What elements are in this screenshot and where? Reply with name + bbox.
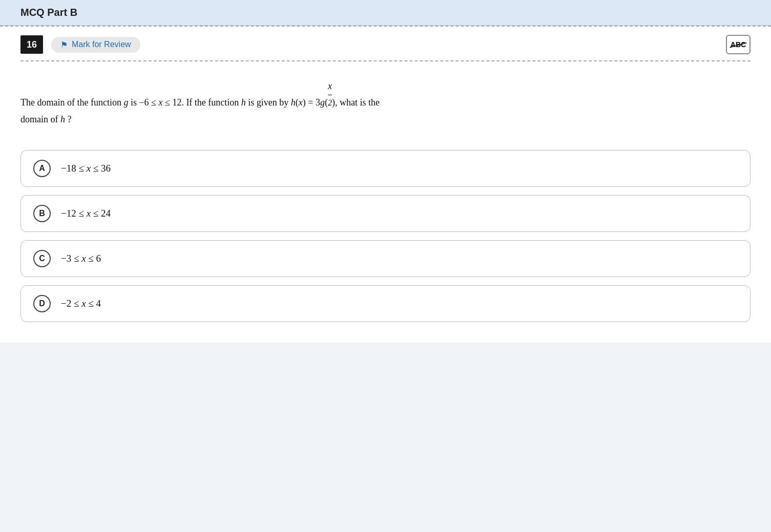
question-body: The domain of the function g is −6 ≤ x ≤… bbox=[20, 61, 751, 138]
choice-d-letter: D bbox=[33, 295, 51, 312]
g-variable: g bbox=[123, 97, 128, 108]
top-bar: MCQ Part B bbox=[0, 0, 771, 26]
choice-c-letter: C bbox=[33, 250, 51, 267]
choice-a-letter: A bbox=[33, 160, 51, 177]
section-title: MCQ Part B bbox=[20, 7, 77, 18]
abc-button[interactable]: ABC bbox=[726, 35, 751, 54]
choice-a-text: −18 ≤ x ≤ 36 bbox=[61, 163, 111, 174]
question-header: 16 ⚑ Mark for Review ABC bbox=[20, 27, 751, 61]
mark-for-review-button[interactable]: ⚑ Mark for Review bbox=[51, 37, 140, 53]
choice-b-text: −12 ≤ x ≤ 24 bbox=[61, 208, 111, 219]
choice-d-text: −2 ≤ x ≤ 4 bbox=[61, 298, 101, 309]
question-text: The domain of the function g is −6 ≤ x ≤… bbox=[20, 78, 751, 127]
choice-d[interactable]: D −2 ≤ x ≤ 4 bbox=[20, 285, 751, 322]
question-number: 16 bbox=[20, 35, 43, 54]
answer-choices: A −18 ≤ x ≤ 36 B −12 ≤ x ≤ 24 C −3 ≤ x ≤… bbox=[20, 150, 751, 322]
h-variable-2: h bbox=[60, 114, 65, 124]
choice-a[interactable]: A −18 ≤ x ≤ 36 bbox=[20, 150, 751, 187]
page-wrapper: MCQ Part B 16 ⚑ Mark for Review ABC The … bbox=[0, 0, 771, 532]
choice-b[interactable]: B −12 ≤ x ≤ 24 bbox=[20, 195, 751, 232]
bookmark-icon: ⚑ bbox=[60, 40, 68, 50]
question-container: 16 ⚑ Mark for Review ABC The domain of t… bbox=[0, 27, 771, 343]
h-variable: h bbox=[241, 97, 246, 108]
choice-b-letter: B bbox=[33, 205, 51, 222]
abc-label: ABC bbox=[731, 40, 746, 49]
mark-for-review-label: Mark for Review bbox=[72, 40, 131, 49]
choice-c[interactable]: C −3 ≤ x ≤ 6 bbox=[20, 240, 751, 277]
choice-c-text: −3 ≤ x ≤ 6 bbox=[61, 253, 101, 264]
